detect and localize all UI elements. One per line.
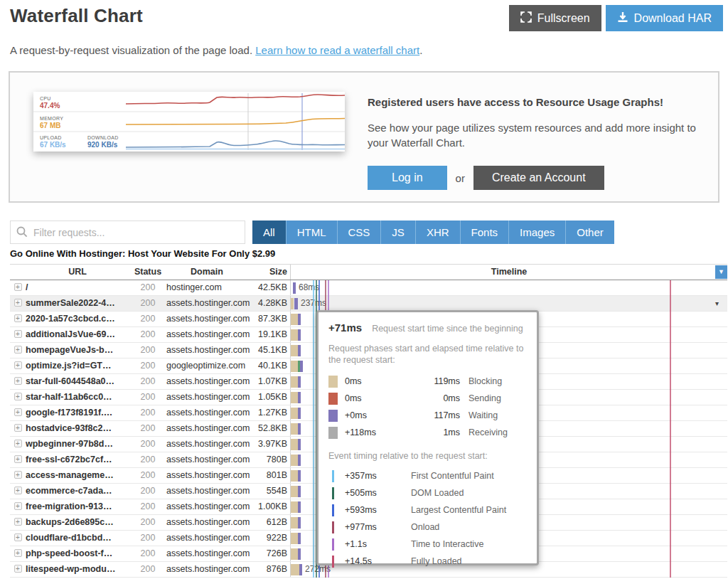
column-header-url: URL — [26, 265, 129, 280]
chevron-down-icon: ▼ — [718, 268, 724, 275]
row-status: 200 — [129, 312, 166, 326]
expand-row-icon[interactable]: + — [14, 487, 22, 494]
expand-row-icon[interactable]: + — [14, 314, 22, 322]
expand-row-icon[interactable]: + — [14, 502, 22, 510]
create-account-button[interactable]: Create an Account — [473, 166, 604, 190]
memory-value: 67 MB — [40, 122, 60, 129]
download-har-button[interactable]: Download HAR — [606, 5, 723, 31]
login-button[interactable]: Log in — [368, 166, 447, 190]
tab-fonts[interactable]: Fonts — [460, 221, 509, 244]
tab-images[interactable]: Images — [508, 221, 565, 244]
phase-elapsed-time: 119ms — [413, 376, 460, 386]
timeline-options-dropdown[interactable]: ▼ — [715, 265, 727, 279]
row-size: 45.1KB — [247, 343, 290, 358]
row-dropdown-caret[interactable]: ▾ — [715, 296, 719, 311]
phase-name: Blocking — [469, 376, 502, 386]
phase-elapsed-time: 0ms — [413, 393, 460, 403]
row-status: 200 — [129, 546, 166, 561]
upload-value: 67 KB/s — [40, 141, 66, 149]
expand-row-icon[interactable]: + — [14, 471, 22, 479]
expand-row-icon[interactable]: + — [14, 299, 22, 307]
expand-row-icon[interactable]: + — [14, 361, 22, 369]
row-size: 1.27KB — [247, 405, 290, 420]
timeline-phase-bar — [291, 564, 299, 575]
tooltip-events-desc: Event timing relative to the request sta… — [328, 450, 527, 462]
event-name: Time to Interactive — [411, 539, 483, 549]
table-header: URL Status Domain Size Timeline ▼ — [10, 265, 727, 280]
promo-heading: Registered users have access to Resource… — [368, 96, 697, 108]
row-status: 200 — [129, 515, 166, 530]
row-url: ecommerce-c7ada… — [26, 484, 129, 499]
expand-row-icon[interactable]: + — [14, 533, 22, 541]
row-size: 42.5KB — [247, 280, 290, 295]
event-color-mark — [332, 538, 334, 551]
timeline-phase-bar — [300, 361, 303, 372]
expand-row-icon[interactable]: + — [14, 283, 22, 291]
timeline-phase-bar — [298, 501, 301, 513]
expand-row-icon[interactable]: + — [14, 565, 22, 573]
row-domain: assets.hostinger.com — [166, 546, 247, 561]
cpu-value: 47.4% — [40, 102, 60, 110]
row-url: 2020-1a57c3cbcd.c… — [26, 312, 129, 326]
tooltip-event-row: +1.1sTime to Interactive — [328, 536, 527, 553]
promo-body: See how your page utilizes system resour… — [368, 120, 697, 150]
event-color-mark — [332, 470, 334, 482]
row-size: 87.3KB — [247, 312, 290, 326]
expand-row-icon[interactable]: + — [14, 440, 22, 447]
event-time: +977ms — [345, 522, 411, 532]
tab-css[interactable]: CSS — [337, 221, 381, 244]
expand-row-icon[interactable]: + — [14, 455, 22, 463]
tooltip-event-row: +505msDOM Loaded — [328, 484, 527, 501]
row-url: homepageVueJs-b… — [26, 343, 129, 358]
event-time: +357ms — [345, 471, 411, 481]
row-status: 200 — [129, 484, 166, 499]
expand-row-icon[interactable]: + — [14, 549, 22, 557]
resource-usage-graph-preview: CPU 47.4% MEMORY 67 MB UPLOAD 67 KB/s DO… — [33, 92, 345, 152]
row-url: google-f173f8191f.… — [26, 405, 129, 420]
filter-requests-input[interactable] — [10, 221, 245, 244]
tab-xhr[interactable]: XHR — [415, 221, 460, 244]
phase-start-time: +118ms — [345, 427, 413, 437]
row-status: 200 — [129, 437, 166, 452]
tab-js[interactable]: JS — [380, 221, 415, 244]
timeline-phase-bar — [298, 533, 301, 544]
row-url: summerSale2022-4… — [26, 296, 129, 311]
expand-row-icon[interactable]: + — [14, 424, 22, 432]
timeline-phase-bar — [298, 455, 301, 466]
expand-row-icon[interactable]: + — [14, 393, 22, 400]
timeline-phase-bar — [291, 439, 298, 450]
row-status: 200 — [129, 531, 166, 546]
tab-other[interactable]: Other — [565, 221, 614, 244]
expand-row-icon[interactable]: + — [14, 330, 22, 338]
row-domain: assets.hostinger.com — [166, 421, 247, 436]
timeline-phase-bar — [291, 329, 298, 341]
row-status: 200 — [129, 468, 166, 483]
timeline-phase-bar — [298, 517, 301, 528]
column-header-timeline: Timeline — [290, 265, 727, 280]
expand-row-icon[interactable]: + — [14, 518, 22, 526]
row-timeline: 68ms — [290, 280, 727, 295]
row-domain: assets.hostinger.com — [166, 484, 247, 499]
table-row[interactable]: +/200hostinger.com42.5KB68ms — [10, 280, 727, 296]
expand-row-icon[interactable]: + — [14, 346, 22, 354]
event-time: +1.1s — [345, 539, 411, 549]
timeline-phase-bar — [294, 298, 298, 309]
fullscreen-button[interactable]: Fullscreen — [509, 5, 601, 31]
row-size: 612B — [247, 515, 290, 530]
tab-html[interactable]: HTML — [286, 221, 337, 244]
request-type-tabs: AllHTMLCSSJSXHRFontsImagesOther — [252, 221, 614, 244]
event-name: Largest Contentful Paint — [411, 505, 506, 515]
tab-all[interactable]: All — [252, 221, 286, 244]
tooltip-start-desc: Request start time since the beginning — [372, 324, 523, 334]
event-color-mark — [332, 487, 334, 499]
expand-row-icon[interactable]: + — [14, 408, 22, 416]
timeline-phase-bar — [291, 533, 298, 544]
timeline-phase-bar — [291, 408, 298, 419]
expand-row-icon[interactable]: + — [14, 377, 22, 385]
table-row[interactable]: +summerSale2022-4…200assets.hostinger.co… — [10, 296, 727, 312]
waterfall-help-link[interactable]: Learn how to read a waterfall chart — [255, 44, 419, 56]
tooltip-phases-desc: Request phases start and elapsed time re… — [328, 343, 527, 366]
row-url: backups-2d6e895c… — [26, 515, 129, 530]
row-url: / — [26, 280, 129, 295]
timeline-phase-bar — [291, 455, 298, 466]
